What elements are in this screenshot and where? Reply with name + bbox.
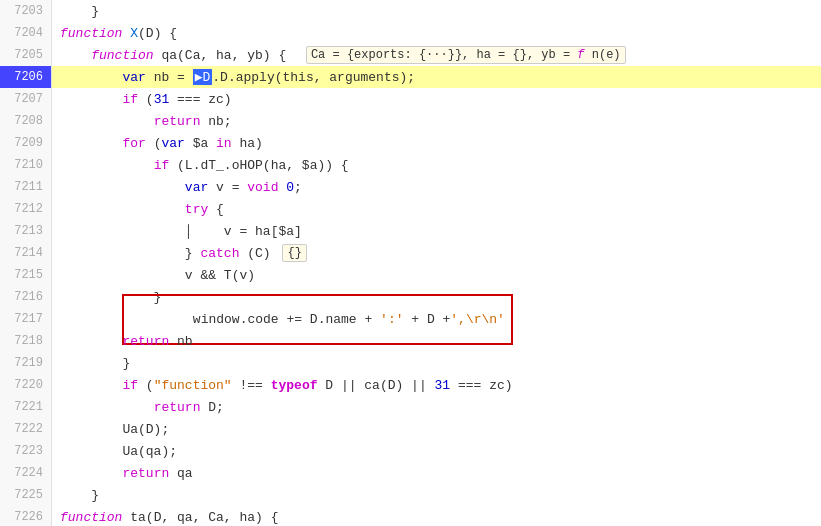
code-line-7206: 7206 var nb = ▶D.D.apply(this, arguments… bbox=[0, 66, 821, 88]
code-content-7204: function X(D) { bbox=[52, 26, 821, 41]
line-num-7207: 7207 bbox=[0, 88, 52, 110]
code-content-7226: function ta(D, qa, Ca, ha) { bbox=[52, 510, 821, 525]
code-content-7223: Ua(qa); bbox=[52, 444, 821, 459]
line-num-7209: 7209 bbox=[0, 132, 52, 154]
code-content-7211: var v = void 0; bbox=[52, 180, 821, 195]
code-content-7222: Ua(D); bbox=[52, 422, 821, 437]
line-num-7205: 7205 bbox=[0, 44, 52, 66]
code-line-7214: 7214 } catch (C) {}​ bbox=[0, 242, 821, 264]
code-line-7207: 7207 if (31 === zc) bbox=[0, 88, 821, 110]
code-content-7212: try { bbox=[52, 202, 821, 217]
code-content-7206: var nb = ▶D.D.apply(this, arguments); bbox=[52, 69, 821, 85]
code-line-7222: 7222 Ua(D); bbox=[0, 418, 821, 440]
code-line-7226: 7226 function ta(D, qa, Ca, ha) { bbox=[0, 506, 821, 526]
line-num-7213: 7213 bbox=[0, 220, 52, 242]
code-line-7211: 7211 var v = void 0; bbox=[0, 176, 821, 198]
code-content-7220: if ("function" !== typeof D || ca(D) || … bbox=[52, 378, 821, 393]
line-num-7212: 7212 bbox=[0, 198, 52, 220]
line-num-7218: 7218 bbox=[0, 330, 52, 352]
code-line-7212: 7212 try { bbox=[0, 198, 821, 220]
code-content-7207: if (31 === zc) bbox=[52, 92, 821, 107]
code-content-7225: } bbox=[52, 488, 821, 503]
line-num-7221: 7221 bbox=[0, 396, 52, 418]
code-content-7203: } bbox=[52, 4, 821, 19]
code-line-7220: 7220 if ("function" !== typeof D || ca(D… bbox=[0, 374, 821, 396]
line-num-7215: 7215 bbox=[0, 264, 52, 286]
code-content-7210: if (L.dT_.oHOP(ha, $a)) { bbox=[52, 158, 821, 173]
code-line-7218: 7218 return nb bbox=[0, 330, 821, 352]
code-line-7209: 7209 for (var $a in ha) bbox=[0, 132, 821, 154]
code-line-7213: 7213 │ v = ha[$a] bbox=[0, 220, 821, 242]
code-line-7203: 7203 } bbox=[0, 0, 821, 22]
code-line-7217: 7217 window.code += D.name + ':' + D +',… bbox=[0, 308, 821, 330]
line-num-7225: 7225 bbox=[0, 484, 52, 506]
code-line-7219: 7219 } bbox=[0, 352, 821, 374]
code-content-7224: return qa bbox=[52, 466, 821, 481]
code-line-7204: 7204 function X(D) { bbox=[0, 22, 821, 44]
line-num-7214: 7214 bbox=[0, 242, 52, 264]
code-content-7219: } bbox=[52, 356, 821, 371]
line-num-7203: 7203 bbox=[0, 0, 52, 22]
code-content-7218: return nb bbox=[52, 334, 821, 349]
code-editor: 7203 } 7204 function X(D) { 7205 functio… bbox=[0, 0, 821, 526]
code-line-7210: 7210 if (L.dT_.oHOP(ha, $a)) { bbox=[0, 154, 821, 176]
code-line-7224: 7224 return qa bbox=[0, 462, 821, 484]
code-content-7215: v && T(v) bbox=[52, 268, 821, 283]
line-num-7204: 7204 bbox=[0, 22, 52, 44]
code-line-7215: 7215 v && T(v) bbox=[0, 264, 821, 286]
line-num-7216: 7216 bbox=[0, 286, 52, 308]
code-line-7223: 7223 Ua(qa); bbox=[0, 440, 821, 462]
line-num-7224: 7224 bbox=[0, 462, 52, 484]
line-num-7217: 7217 bbox=[0, 308, 52, 330]
code-content-7221: return D; bbox=[52, 400, 821, 415]
line-num-7219: 7219 bbox=[0, 352, 52, 374]
line-num-7223: 7223 bbox=[0, 440, 52, 462]
code-line-7221: 7221 return D; bbox=[0, 396, 821, 418]
code-line-7205: 7205 function qa(Ca, ha, yb) { Ca = {exp… bbox=[0, 44, 821, 66]
code-content-7205: function qa(Ca, ha, yb) { Ca = {exports:… bbox=[52, 46, 821, 64]
code-line-7208: 7208 return nb; bbox=[0, 110, 821, 132]
code-content-7208: return nb; bbox=[52, 114, 821, 129]
line-num-7222: 7222 bbox=[0, 418, 52, 440]
line-num-7208: 7208 bbox=[0, 110, 52, 132]
line-num-7206: 7206 bbox=[0, 66, 52, 88]
line-num-7226: 7226 bbox=[0, 506, 52, 526]
code-line-7225: 7225 } bbox=[0, 484, 821, 506]
code-content-7209: for (var $a in ha) bbox=[52, 136, 821, 151]
line-num-7210: 7210 bbox=[0, 154, 52, 176]
code-content-7214: } catch (C) {}​ bbox=[52, 244, 821, 262]
line-num-7211: 7211 bbox=[0, 176, 52, 198]
code-content-7213: │ v = ha[$a] bbox=[52, 224, 821, 239]
line-num-7220: 7220 bbox=[0, 374, 52, 396]
